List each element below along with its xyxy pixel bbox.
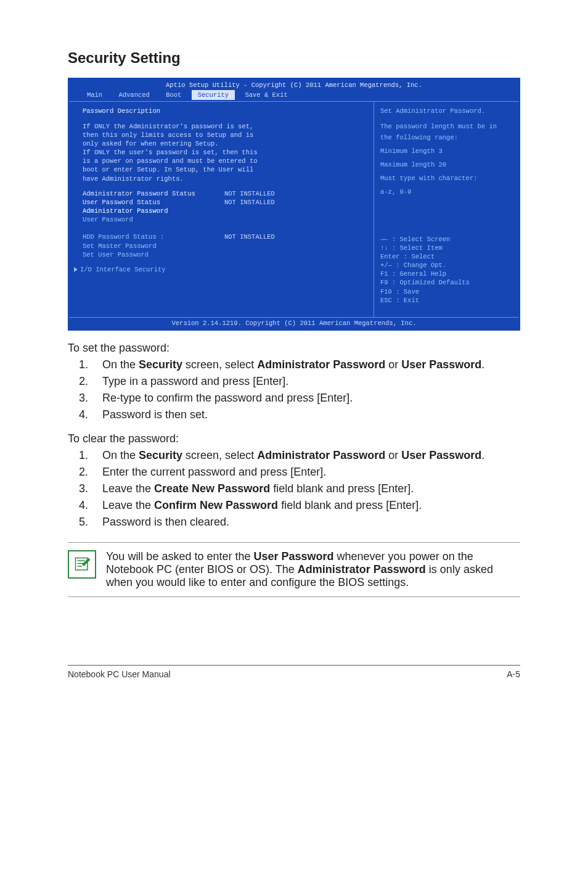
t: Confirm New Password	[154, 499, 278, 511]
set-master-row: Set Master Password	[83, 242, 366, 250]
tab-save-exit: Save & Exit	[239, 90, 293, 100]
t: You will be asked to enter the	[106, 550, 254, 563]
admin-password-row: Administrator Password	[83, 207, 366, 215]
bios-screenshot: Aptio Setup Utility - Copyright (C) 2011…	[68, 78, 520, 331]
keys-l5: F1 : General Help	[380, 270, 513, 278]
clear-password-list: On the Security screen, select Administr…	[68, 449, 520, 529]
io-interface-row: I/O Interface Security	[74, 265, 366, 274]
keys-l2: ↑↓ : Select Item	[380, 244, 513, 252]
t: Security	[139, 449, 182, 461]
keys-l7: F10 : Save	[380, 287, 513, 296]
keys-l8: ESC : Exit	[380, 296, 513, 305]
pw-desc-l2: then this only limits access to Setup an…	[83, 131, 366, 139]
t: User Password	[401, 358, 481, 371]
user-status-k: User Password Status	[83, 198, 224, 207]
tab-main: Main	[81, 90, 108, 100]
clear-password-lead: To clear the password:	[68, 432, 520, 445]
set-user-row: Set User Password	[83, 250, 366, 259]
keys-l4: +/— : Change Opt.	[380, 261, 513, 270]
bios-tabs: Main Advanced Boot Security Save & Exit	[69, 90, 519, 101]
page-footer: Notebook PC User Manual A-5	[68, 665, 520, 679]
help-l5: Maximum length 20	[380, 160, 513, 169]
tab-advanced: Advanced	[112, 90, 155, 100]
set-password-list: On the Security screen, select Administr…	[68, 358, 520, 421]
bios-right-pane: Set Administrator Password. The password…	[374, 102, 519, 317]
t: Administrator Password	[257, 449, 385, 461]
help-l7: a-z, 0-9	[380, 188, 513, 196]
clear-step-4: Leave the Confirm New Password field bla…	[91, 499, 520, 512]
note-icon	[68, 550, 96, 579]
hdd-status-v: NOT INSTALLED	[224, 233, 275, 241]
clear-step-1: On the Security screen, select Administr…	[91, 449, 520, 462]
pw-desc-l7: have Administrator rights.	[83, 175, 366, 183]
t: Security	[139, 358, 182, 371]
t: User Password	[254, 550, 334, 563]
footer-left: Notebook PC User Manual	[68, 669, 171, 679]
pencil-paper-icon	[73, 555, 91, 574]
clear-step-5: Password is then cleared.	[91, 516, 520, 529]
t: screen, select	[182, 449, 257, 461]
t: User Password	[401, 449, 481, 461]
t: Administrator Password	[257, 358, 385, 371]
keys-l6: F9 : Optimized Defaults	[380, 278, 513, 287]
set-password-lead: To set the password:	[68, 342, 520, 355]
tab-security: Security	[192, 90, 235, 100]
help-l4: Minimum length 3	[380, 147, 513, 155]
bios-footer: Version 2.14.1219. Copyright (C) 2011 Am…	[69, 317, 519, 329]
footer-right: A-5	[507, 669, 520, 679]
pw-desc-l1: If ONLY the Administrator's password is …	[83, 122, 366, 131]
t: field blank and press [Enter].	[278, 499, 422, 511]
pw-desc-l4: If ONLY the user's password is set, then…	[83, 148, 366, 157]
set-step-2: Type in a password and press [Enter].	[91, 375, 520, 388]
clear-step-2: Enter the current password and press [En…	[91, 466, 520, 479]
t: .	[481, 449, 484, 461]
section-heading: Security Setting	[68, 49, 520, 67]
user-status-v: NOT INSTALLED	[224, 198, 275, 207]
t: or	[385, 449, 401, 461]
t: field blank and press [Enter].	[270, 482, 414, 495]
note-text: You will be asked to enter the User Pass…	[106, 550, 520, 589]
t: Leave the	[102, 499, 154, 511]
help-l3: the following range:	[380, 133, 513, 142]
t: Create New Password	[154, 482, 270, 495]
admin-status-v: NOT INSTALLED	[224, 189, 275, 198]
tab-boot: Boot	[160, 90, 187, 100]
keys-l1: →← : Select Screen	[380, 235, 513, 244]
admin-status-k: Administrator Password Status	[83, 189, 224, 198]
t: Administrator Password	[298, 563, 426, 576]
user-password-row: User Password	[83, 215, 366, 224]
t: .	[481, 358, 484, 371]
set-step-1: On the Security screen, select Administr…	[91, 358, 520, 371]
t: On the	[102, 449, 139, 461]
hdd-status-k: HDD Password Status :	[83, 233, 224, 241]
help-l1: Set Administrator Password.	[380, 107, 513, 115]
t: screen, select	[182, 358, 257, 371]
t: Leave the	[102, 482, 154, 495]
pw-desc-l5: is a power on password and must be enter…	[83, 157, 366, 165]
help-l2: The password length must be in	[380, 122, 513, 131]
set-step-4: Password is then set.	[91, 408, 520, 421]
pw-desc-header: Password Description	[83, 107, 366, 115]
bios-title: Aptio Setup Utility - Copyright (C) 2011…	[69, 79, 519, 90]
clear-step-3: Leave the Create New Password field blan…	[91, 482, 520, 495]
keys-l3: Enter : Select	[380, 252, 513, 261]
bios-left-pane: Password Description If ONLY the Adminis…	[69, 102, 374, 317]
help-l6: Must type with character:	[380, 174, 513, 183]
set-step-3: Re-type to confirm the password and pres…	[91, 392, 520, 405]
note-callout: You will be asked to enter the User Pass…	[68, 542, 520, 597]
t: or	[385, 358, 401, 371]
t: On the	[102, 358, 139, 371]
pw-desc-l6: boot or enter Setup. In Setup, the User …	[83, 165, 366, 174]
pw-desc-l3: only asked for when entering Setup.	[83, 139, 366, 148]
